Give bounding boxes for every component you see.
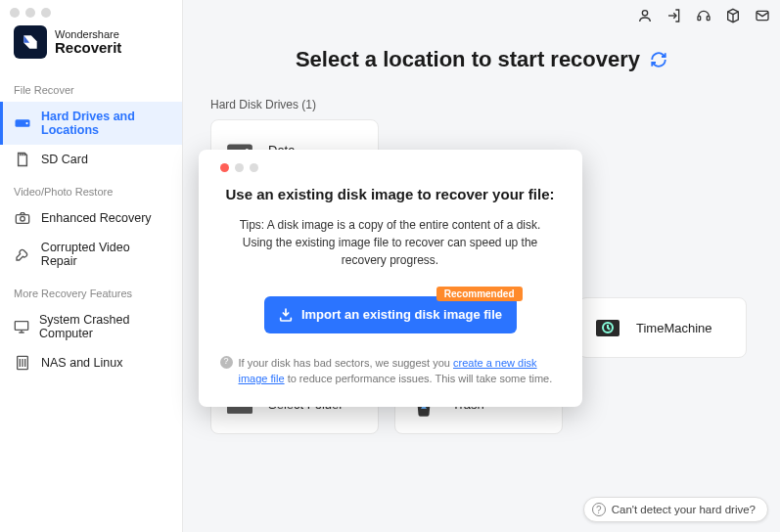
sidebar-item-enhanced[interactable]: Enhanced Recovery (0, 203, 182, 233)
svg-point-0 (642, 11, 647, 16)
download-icon (278, 307, 294, 323)
sidebar-item-drives[interactable]: Hard Drives and Locations (0, 102, 182, 145)
modal-traffic-lights (220, 163, 561, 172)
sidebar-item-label: System Crashed Computer (39, 313, 168, 340)
section-label: More Recovery Features (0, 276, 182, 305)
headset-icon[interactable] (696, 8, 711, 23)
disk-image-modal: Use an existing disk image to recover yo… (199, 150, 582, 407)
sidebar-item-label: NAS and Linux (41, 356, 122, 370)
svg-point-5 (25, 122, 27, 124)
sidebar-item-corrupted[interactable]: Corrupted Video Repair (0, 233, 182, 276)
brand-logo: Wondershare Recoverit (0, 25, 182, 72)
page-title-row: Select a location to start recovery (210, 47, 753, 72)
server-icon (14, 356, 31, 370)
logo-icon (14, 25, 47, 59)
sidebar-item-label: SD Card (41, 153, 88, 166)
section-label: File Recover (0, 72, 182, 102)
info-icon: ? (220, 356, 233, 369)
sidebar: Wondershare Recoverit File Recover Hard … (0, 0, 183, 532)
modal-title: Use an existing disk image to recover yo… (220, 186, 561, 202)
card-timemachine[interactable]: TimeMachine (578, 297, 747, 358)
help-icon: ? (592, 503, 606, 516)
camera-icon (14, 211, 31, 225)
cube-icon[interactable] (725, 8, 741, 23)
brand-line2: Recoverit (55, 40, 121, 57)
close-icon[interactable] (220, 163, 229, 172)
mail-icon[interactable] (755, 8, 770, 23)
svg-rect-2 (707, 17, 710, 21)
help-text: Can't detect your hard drive? (612, 504, 756, 515)
svg-rect-8 (15, 322, 27, 331)
hdd-section-label: Hard Disk Drives (1) (210, 98, 753, 111)
sdcard-icon (14, 153, 31, 166)
import-disk-image-button[interactable]: Import an existing disk image file (264, 296, 517, 333)
help-bubble[interactable]: ? Can't detect your hard drive? (583, 497, 768, 522)
import-icon[interactable] (666, 8, 682, 23)
card-label: TimeMachine (636, 321, 712, 335)
sidebar-item-sdcard[interactable]: SD Card (0, 145, 182, 174)
svg-rect-1 (698, 17, 701, 21)
modal-note: ? If your disk has bad sectors, we sugge… (220, 355, 561, 387)
topbar (637, 8, 770, 23)
refresh-icon[interactable] (650, 51, 667, 68)
section-label: Video/Photo Restore (0, 174, 182, 203)
sidebar-item-label: Corrupted Video Repair (41, 241, 168, 268)
sidebar-item-label: Hard Drives and Locations (41, 110, 168, 137)
user-icon[interactable] (637, 8, 653, 23)
sidebar-item-nas[interactable]: NAS and Linux (0, 348, 182, 377)
drive-icon (14, 116, 31, 130)
button-label: Import an existing disk image file (301, 307, 502, 322)
recommended-badge: Recommended (436, 287, 523, 301)
monitor-icon (14, 320, 29, 333)
brand-line1: Wondershare (55, 28, 121, 40)
timemachine-icon (591, 314, 624, 341)
window-traffic-lights (10, 8, 51, 18)
svg-point-7 (21, 216, 25, 221)
page-title: Select a location to start recovery (296, 47, 640, 72)
modal-tip: Tips: A disk image is a copy of the enti… (220, 216, 561, 269)
sidebar-item-crashed[interactable]: System Crashed Computer (0, 305, 182, 348)
sidebar-item-label: Enhanced Recovery (41, 211, 152, 225)
wrench-icon (14, 247, 31, 261)
